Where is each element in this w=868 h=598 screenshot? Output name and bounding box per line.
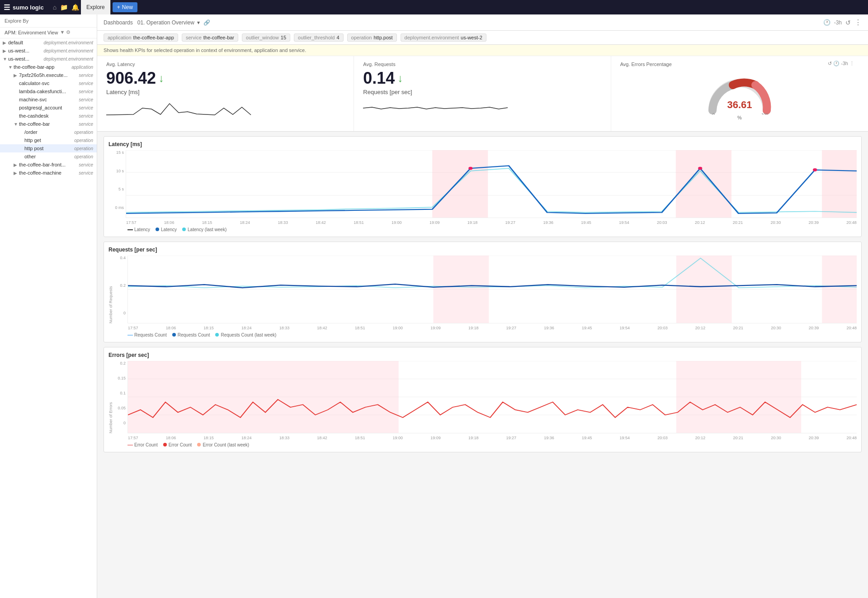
tree-item-coffee-app[interactable]: ▼ the-coffee-bar-app application xyxy=(0,63,97,71)
latency-x-axis: 17:5718:0618:1518:2418:3318:4218:5119:00… xyxy=(126,220,857,225)
tree-item-name: default xyxy=(8,40,43,45)
tree-item-lambda[interactable]: lambda-cakesfuncti... service xyxy=(0,87,97,95)
kpi-latency-label: Avg. Latency xyxy=(106,62,344,67)
new-tab-button[interactable]: + New xyxy=(113,2,137,12)
tree-item-coffeemachine[interactable]: ▶ the-coffee-machine service xyxy=(0,169,97,177)
tree-item-name: machine-svc xyxy=(19,97,79,102)
kpi-errors-label: Avg. Errors Percentage xyxy=(620,62,859,67)
sidebar-header: Explore By xyxy=(0,14,97,28)
tree-item-coffeefront[interactable]: ▶ the-coffee-bar-front... service xyxy=(0,161,97,169)
tree-item-other[interactable]: other operation xyxy=(0,152,97,161)
errors-chart-title: Errors [per sec] xyxy=(108,352,857,358)
tree-item-type: service xyxy=(79,105,93,110)
filter-application[interactable]: application the-coffee-bar-app xyxy=(104,33,178,42)
filter-icon[interactable]: ▼ ⚙ xyxy=(60,29,71,35)
caret-icon: ▶ xyxy=(3,48,8,53)
time-range[interactable]: -3h xyxy=(834,19,842,26)
app-name: sumo logic xyxy=(13,4,44,11)
legend-requests-3: Requests Count (last week) xyxy=(215,332,276,337)
caret-icon: ▼ xyxy=(3,57,8,62)
y-label: 10 s xyxy=(108,169,124,173)
filter-outlier-window[interactable]: outlier_window 15 xyxy=(242,33,290,42)
tree-item-postgresql[interactable]: postgresql_account service xyxy=(0,104,97,112)
filter-deployment[interactable]: deployment.environment us-west-2 xyxy=(401,33,486,42)
requests-legend: Requests Count Requests Count Requests C… xyxy=(108,332,857,337)
gauge-chart-svg: 36.61 0 100 xyxy=(703,74,776,115)
more-icon[interactable]: ⋮ xyxy=(854,18,862,27)
requests-chart-svg xyxy=(128,256,857,323)
new-tab-label: New xyxy=(122,4,133,10)
tree-item-type: service xyxy=(79,171,93,176)
tree-item-httpget[interactable]: http get operation xyxy=(0,136,97,144)
filter-outlier-threshold[interactable]: outlier_threshold 4 xyxy=(294,33,343,42)
tree-item-type: application xyxy=(71,65,93,70)
kpi-requests-unit: Requests [per sec] xyxy=(363,89,601,95)
svg-rect-21 xyxy=(128,361,399,433)
latency-arrow: ↓ xyxy=(159,72,164,85)
dashboard-name: 01. Operation Overview xyxy=(137,19,194,26)
requests-y-label: Number of Requests xyxy=(108,256,113,323)
legend-errors-3: Error Count (last week) xyxy=(197,442,249,447)
tree-item-name: 7pxfz26o5h.execute... xyxy=(19,72,79,78)
tree-item-coffeebar[interactable]: ▼ the-coffee-bar service xyxy=(0,120,97,128)
kpi-latency-unit: Latency [ms] xyxy=(106,89,344,95)
filter-val: http.post xyxy=(373,35,392,40)
tree-item-name: the-coffee-bar-app xyxy=(14,64,71,70)
tree-item-name: http get xyxy=(24,138,74,143)
tree-item-name: the-cashdesk xyxy=(19,113,79,119)
folder-icon[interactable]: 📁 xyxy=(60,4,68,11)
sidebar-tree: ▶ default deployment.environment ▶ us-we… xyxy=(0,38,97,598)
latency-chart-svg xyxy=(126,150,857,218)
breadcrumb: Dashboards 01. Operation Overview ▾ xyxy=(104,19,200,26)
svg-rect-6 xyxy=(432,150,488,218)
svg-point-11 xyxy=(813,168,817,171)
tree-item-uswest2[interactable]: ▼ us-west... deployment.environment xyxy=(0,55,97,63)
tree-item-name: the-coffee-machine xyxy=(19,170,79,176)
refresh-icon[interactable]: ↺ xyxy=(845,19,851,26)
tree-item-httppost[interactable]: http post operation xyxy=(0,144,97,152)
requests-chart-title: Requests [per sec] xyxy=(108,247,857,253)
link-icon[interactable]: 🔗 xyxy=(203,19,210,26)
hamburger-icon[interactable]: ☰ xyxy=(4,3,10,12)
tree-item-cashdesk[interactable]: the-cashdesk service xyxy=(0,112,97,120)
latency-y-axis: 15 s 10 s 5 s 0 ms xyxy=(108,150,126,218)
kpi-row: Avg. Latency 906.42 ↓ Latency [ms] Avg. … xyxy=(97,56,868,132)
caret-icon: ▶ xyxy=(14,73,19,78)
kpi-latency-value: 906.42 ↓ xyxy=(106,69,344,88)
tree-item-uswest1[interactable]: ▶ us-west... deployment.environment xyxy=(0,47,97,55)
y-label: 15 s xyxy=(108,150,124,155)
tree-item-order[interactable]: /order operation xyxy=(0,128,97,136)
legend-latency-3: Latency (last week) xyxy=(182,227,226,232)
tree-item-execute[interactable]: ▶ 7pxfz26o5h.execute... service xyxy=(0,71,97,79)
tab-bar: Explore + New xyxy=(81,0,864,14)
filter-service[interactable]: service the-coffee-bar xyxy=(182,33,238,42)
tree-item-name: the-coffee-bar xyxy=(19,121,79,127)
main-content: Dashboards 01. Operation Overview ▾ 🔗 🕐 … xyxy=(97,14,868,598)
gauge-refresh-icon[interactable]: ↺ 🕐 -3h ⋮ xyxy=(828,61,854,66)
svg-rect-16 xyxy=(822,256,857,323)
explore-tab[interactable]: Explore xyxy=(81,0,111,14)
latency-chart-area: 17:5718:0618:1518:2418:3318:4218:5119:00… xyxy=(126,150,857,218)
filter-operation[interactable]: operation http.post xyxy=(347,33,397,42)
filter-bar: application the-coffee-bar-app service t… xyxy=(97,31,868,45)
tree-item-type: deployment.environment xyxy=(43,40,93,45)
tree-item-default[interactable]: ▶ default deployment.environment xyxy=(0,38,97,47)
filter-val: 4 xyxy=(336,35,339,40)
breadcrumb-dashboards[interactable]: Dashboards xyxy=(104,19,133,26)
bell-icon[interactable]: 🔔 xyxy=(71,4,79,11)
errors-chart-section: Errors [per sec] Number of Errors 0.2 0.… xyxy=(104,347,862,452)
errors-legend: Error Count Error Count Error Count (las… xyxy=(108,442,857,447)
svg-rect-14 xyxy=(434,256,489,323)
latency-chart-section: Latency [ms] 15 s 10 s 5 s 0 ms xyxy=(104,136,862,237)
legend-errors-2: Error Count xyxy=(163,442,192,447)
svg-rect-15 xyxy=(676,256,732,323)
tree-item-calculator[interactable]: calculator-svc service xyxy=(0,79,97,87)
filter-key: outlier_threshold xyxy=(298,35,335,40)
caret-icon: ▶ xyxy=(14,162,19,167)
home-icon[interactable]: ⌂ xyxy=(53,4,57,11)
tree-item-machine[interactable]: machine-svc service xyxy=(0,95,97,104)
tree-item-type: operation xyxy=(74,130,93,135)
tree-item-name: calculator-svc xyxy=(19,81,79,86)
svg-point-9 xyxy=(468,167,472,170)
requests-sparkline-svg xyxy=(363,99,601,117)
